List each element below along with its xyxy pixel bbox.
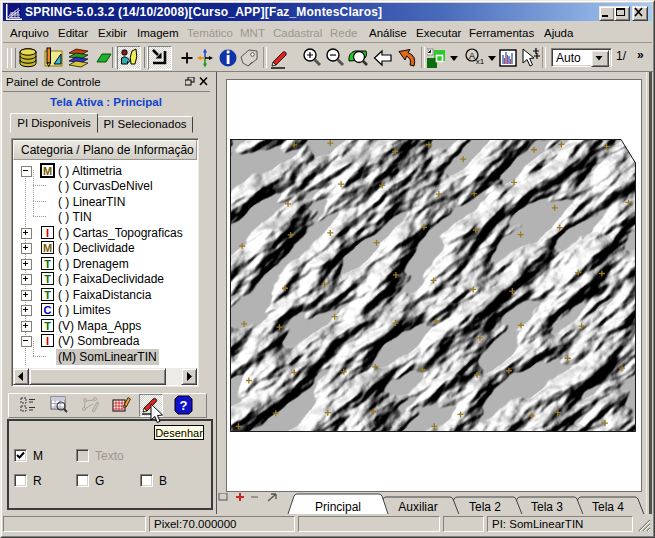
svg-text:Auxiliar: Auxiliar <box>398 500 437 514</box>
svg-text:Principal: Principal <box>315 500 361 514</box>
svg-text:Tela 4: Tela 4 <box>592 500 624 514</box>
svg-text:?: ? <box>180 398 188 413</box>
svg-text:Tela 3: Tela 3 <box>531 500 563 514</box>
svg-text:A: A <box>469 51 475 61</box>
svg-text:x1: x1 <box>476 57 484 66</box>
svg-text:Tela 2: Tela 2 <box>469 500 501 514</box>
